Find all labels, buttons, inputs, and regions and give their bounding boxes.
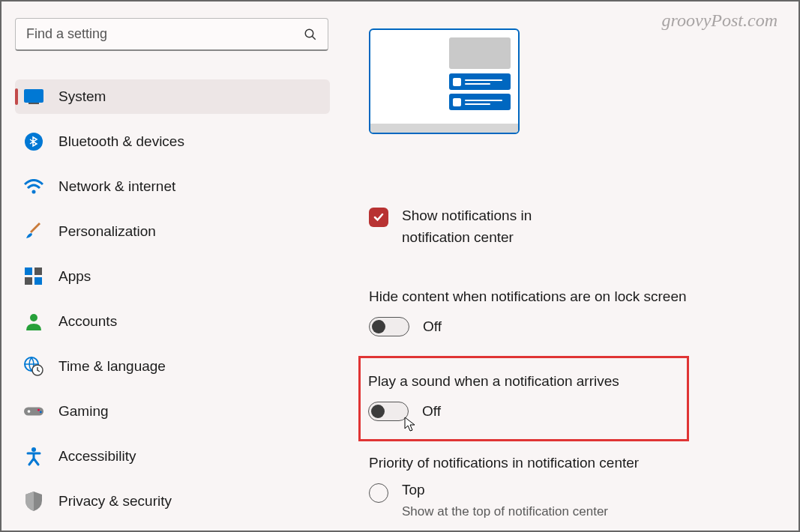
sidebar-label: Network & internet xyxy=(58,178,175,195)
show-notifications-label: Show notifications in notification cente… xyxy=(402,205,574,248)
svg-point-14 xyxy=(28,410,31,413)
hide-content-toggle[interactable] xyxy=(369,317,409,336)
system-icon xyxy=(24,87,43,106)
search-input[interactable] xyxy=(26,26,304,42)
sidebar-label: Bluetooth & devices xyxy=(58,133,184,150)
person-icon xyxy=(24,312,43,331)
sidebar-label: Accessibility xyxy=(58,448,136,465)
sidebar-label: System xyxy=(58,88,106,105)
sidebar-item-personalization[interactable]: Personalization xyxy=(15,214,330,249)
globe-clock-icon xyxy=(24,357,43,376)
svg-rect-3 xyxy=(28,103,39,104)
sidebar-label: Accounts xyxy=(58,313,117,330)
hide-content-state: Off xyxy=(423,318,442,335)
accessibility-icon xyxy=(24,447,43,466)
sidebar-item-accessibility[interactable]: Accessibility xyxy=(15,439,330,474)
apps-icon xyxy=(24,267,43,286)
svg-rect-6 xyxy=(25,267,32,275)
sidebar-label: Time & language xyxy=(58,358,166,375)
watermark: groovyPost.com xyxy=(662,10,778,31)
svg-point-5 xyxy=(32,190,36,194)
sidebar-item-bluetooth[interactable]: Bluetooth & devices xyxy=(15,124,330,159)
svg-line-1 xyxy=(312,36,316,40)
play-sound-state: Off xyxy=(422,403,441,420)
priority-title: Priority of notifications in notificatio… xyxy=(369,455,799,471)
nav-list: System Bluetooth & devices Network & int… xyxy=(15,79,330,519)
sidebar: System Bluetooth & devices Network & int… xyxy=(15,18,330,531)
svg-point-16 xyxy=(40,411,42,414)
play-sound-highlight: Play a sound when a notification arrives… xyxy=(358,356,689,441)
wifi-icon xyxy=(24,177,43,196)
priority-top-radio[interactable] xyxy=(369,483,388,503)
search-icon xyxy=(304,28,317,41)
show-notifications-row: Show notifications in notification cente… xyxy=(369,205,799,248)
sidebar-item-system[interactable]: System xyxy=(15,79,330,114)
hide-content-setting: Hide content when notifications are on l… xyxy=(369,288,799,336)
notification-preview[interactable] xyxy=(369,28,520,134)
shield-icon xyxy=(24,492,43,511)
svg-rect-9 xyxy=(34,277,42,285)
sidebar-label: Gaming xyxy=(58,403,109,420)
sidebar-item-accounts[interactable]: Accounts xyxy=(15,304,330,339)
search-box[interactable] xyxy=(15,18,328,51)
sidebar-label: Personalization xyxy=(58,223,156,240)
sidebar-item-network[interactable]: Network & internet xyxy=(15,169,330,204)
sidebar-item-gaming[interactable]: Gaming xyxy=(15,394,330,429)
sidebar-label: Privacy & security xyxy=(58,493,172,510)
sidebar-item-apps[interactable]: Apps xyxy=(15,259,330,294)
svg-rect-7 xyxy=(34,267,42,275)
gamepad-icon xyxy=(24,402,43,421)
main-content: Show notifications in notification cente… xyxy=(330,18,799,531)
hide-content-title: Hide content when notifications are on l… xyxy=(369,288,799,305)
play-sound-toggle[interactable] xyxy=(368,402,409,421)
cursor-icon xyxy=(404,417,418,433)
check-icon xyxy=(373,211,385,223)
svg-point-10 xyxy=(30,314,37,321)
brush-icon xyxy=(24,222,43,241)
priority-option-label: Top xyxy=(402,482,608,498)
priority-option-desc: Show at the top of notification center xyxy=(402,504,608,519)
show-notifications-checkbox[interactable] xyxy=(369,208,388,227)
sidebar-item-time[interactable]: Time & language xyxy=(15,349,330,384)
svg-rect-8 xyxy=(25,277,32,285)
priority-setting: Priority of notifications in notificatio… xyxy=(369,455,799,519)
sidebar-item-privacy[interactable]: Privacy & security xyxy=(15,484,330,519)
play-sound-title: Play a sound when a notification arrives xyxy=(368,373,679,390)
svg-point-0 xyxy=(305,29,313,37)
svg-point-17 xyxy=(31,447,36,452)
svg-rect-2 xyxy=(24,89,43,103)
bluetooth-icon xyxy=(24,132,43,151)
sidebar-label: Apps xyxy=(58,268,91,285)
svg-point-15 xyxy=(37,409,40,411)
